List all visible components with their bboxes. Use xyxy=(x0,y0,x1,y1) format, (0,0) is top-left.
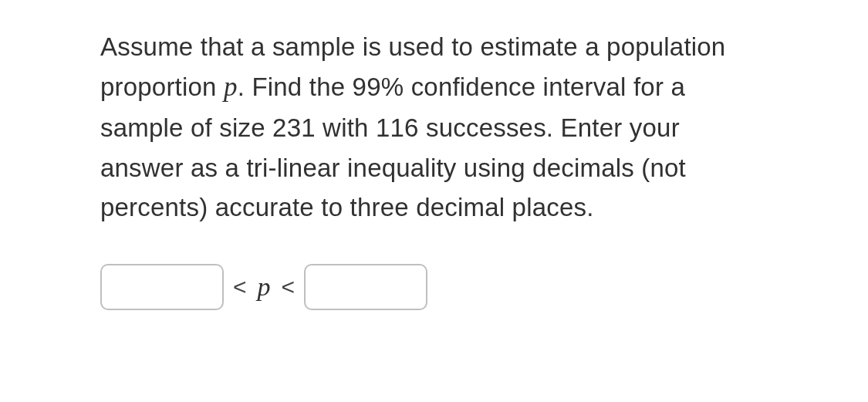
question-text: Assume that a sample is used to estimate… xyxy=(100,27,760,227)
question-variable-p: p xyxy=(224,72,238,102)
question-container: Assume that a sample is used to estimate… xyxy=(0,0,868,310)
variable-p: p xyxy=(256,272,272,302)
less-than-symbol-2: < xyxy=(282,274,296,300)
lower-bound-input[interactable] xyxy=(100,264,224,310)
upper-bound-input[interactable] xyxy=(304,264,427,310)
less-than-symbol-1: < xyxy=(233,274,247,300)
answer-row: < p < xyxy=(100,264,760,310)
